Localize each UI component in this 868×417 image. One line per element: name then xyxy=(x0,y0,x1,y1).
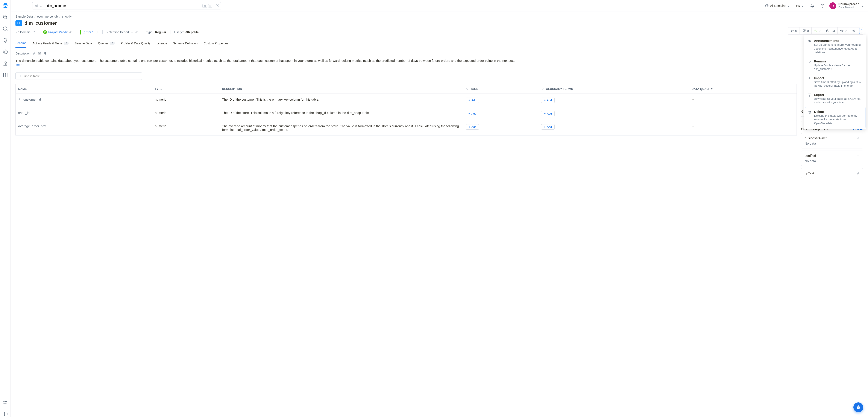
menu-item-delete[interactable]: DeleteDeleting this table will permanent… xyxy=(805,107,865,128)
edit-icon[interactable] xyxy=(857,154,860,157)
table-entity-icon xyxy=(16,20,22,26)
svg-point-1 xyxy=(3,27,7,30)
breadcrumb-item[interactable]: Sample Data xyxy=(16,15,33,18)
chat-fab-button[interactable] xyxy=(854,403,863,412)
add-glossary-button[interactable]: +Add xyxy=(541,98,555,103)
tab-activity-feeds-tasks[interactable]: Activity Feeds & Tasks2 xyxy=(32,40,68,47)
owner-meta[interactable]: P Prajwal Pandit xyxy=(43,30,72,34)
custom-property-card: cpTest xyxy=(801,168,863,178)
custom-property-value: No data xyxy=(805,141,860,145)
col-glossary: GLOSSARY TERMS xyxy=(538,84,689,94)
entity-action-bar: 0 0 0 0.3 0 xyxy=(788,27,863,35)
megaphone-icon xyxy=(807,39,811,43)
edit-icon[interactable] xyxy=(69,31,72,34)
glossary-book-icon[interactable] xyxy=(2,72,8,78)
find-in-table-input[interactable] xyxy=(23,74,139,78)
governance-icon[interactable] xyxy=(2,61,8,66)
filter-icon[interactable] xyxy=(466,88,469,91)
menu-item-announcements[interactable]: AnnouncementsSet up banners to inform yo… xyxy=(804,36,866,57)
domains-selector[interactable]: All Domains ⌄ xyxy=(764,3,792,8)
type-meta: Type: Regular xyxy=(146,30,166,34)
tab-schema-definition[interactable]: Schema Definition xyxy=(173,40,198,47)
svg-point-21 xyxy=(858,407,858,408)
edit-icon[interactable] xyxy=(857,137,860,140)
star-button[interactable]: 0 xyxy=(838,28,849,34)
help-icon[interactable] xyxy=(820,4,825,8)
like-button[interactable]: 0 xyxy=(788,28,800,34)
app-logo[interactable] xyxy=(2,3,8,8)
menu-item-rename[interactable]: RenameUpdate Display Name for the dim_cu… xyxy=(804,57,866,73)
page-title: dim_customer xyxy=(25,20,57,26)
search-scope-label: All xyxy=(35,4,38,7)
add-tag-button[interactable]: +Add xyxy=(466,98,479,103)
language-label: EN xyxy=(796,4,800,7)
column-type: numeric xyxy=(152,107,220,120)
search-input[interactable] xyxy=(45,2,203,9)
schema-table: NAME TYPE DESCRIPTION TAGS GLOSSARY TERM… xyxy=(16,84,797,135)
add-tag-button[interactable]: +Add xyxy=(466,111,479,116)
edit-icon[interactable] xyxy=(32,31,35,34)
search-icon[interactable] xyxy=(2,26,8,32)
breadcrumb-item[interactable]: shopify xyxy=(62,15,71,18)
breadcrumb: Sample Data/ ecommerce_db/ shopify xyxy=(16,15,863,18)
description-more-link[interactable]: more xyxy=(16,63,22,66)
column-description: The ID of the store. This column is a fo… xyxy=(220,107,463,120)
edit-icon[interactable] xyxy=(857,172,860,175)
tab-sample-data[interactable]: Sample Data xyxy=(75,40,92,47)
clear-search-icon[interactable]: ⓧ xyxy=(214,4,221,8)
tab-profiler-data-quality[interactable]: Profiler & Data Quality xyxy=(121,40,151,47)
dislike-button[interactable]: 0 xyxy=(800,28,811,34)
add-glossary-button[interactable]: +Add xyxy=(541,111,555,116)
search-shortcut-hint: ⌘K xyxy=(203,4,214,8)
svg-point-12 xyxy=(854,32,855,32)
request-description-icon[interactable] xyxy=(38,52,41,55)
conversation-icon[interactable] xyxy=(43,52,47,55)
settings-sliders-icon[interactable] xyxy=(2,399,8,406)
top-bar: All ⌄ ⌘K ⓧ All Domains ⌄ EN ⌄ xyxy=(11,0,868,12)
breadcrumb-item[interactable]: ecommerce_db xyxy=(37,15,58,18)
menu-item-import[interactable]: ImportSave time & effort by uploading a … xyxy=(804,73,866,90)
globe-icon[interactable] xyxy=(2,49,8,55)
tab-custom-properties[interactable]: Custom Properties xyxy=(204,40,228,47)
find-in-table[interactable] xyxy=(16,72,142,80)
insights-bulb-icon[interactable] xyxy=(2,37,8,43)
explore-globe-search-icon[interactable] xyxy=(2,14,8,20)
tab-queries[interactable]: Queries0 xyxy=(98,40,115,47)
edit-icon[interactable] xyxy=(135,31,138,34)
user-menu[interactable]: R Rounakpreet.d Data Steward ⌄ xyxy=(829,2,864,9)
filter-icon[interactable] xyxy=(541,88,544,91)
svg-point-15 xyxy=(861,32,861,32)
table-row: customer_idnumericThe ID of the customer… xyxy=(16,94,797,107)
column-type: numeric xyxy=(152,120,220,135)
column-dq: -- xyxy=(689,120,797,135)
edit-icon[interactable] xyxy=(33,52,36,55)
domain-meta: No Domain xyxy=(16,30,35,34)
pen-icon xyxy=(807,60,811,64)
share-button[interactable] xyxy=(849,28,858,34)
version-button[interactable]: 0.3 xyxy=(824,28,838,34)
bell-icon[interactable] xyxy=(810,4,814,8)
menu-item-export[interactable]: ExportDownload all your Table as a CSV f… xyxy=(804,90,866,107)
col-dq: DATA QUALITY xyxy=(689,84,797,94)
edit-icon[interactable] xyxy=(95,31,98,34)
language-selector[interactable]: EN ⌄ xyxy=(795,3,805,8)
add-glossary-button[interactable]: +Add xyxy=(541,124,555,130)
svg-point-18 xyxy=(19,98,20,99)
more-actions-button[interactable] xyxy=(859,28,863,34)
chevron-down-icon: ⌄ xyxy=(862,4,864,7)
globe-icon xyxy=(765,4,769,8)
entity-tabs: SchemaActivity Feeds & Tasks2Sample Data… xyxy=(16,40,863,48)
svg-point-23 xyxy=(858,406,859,406)
owner-avatar: P xyxy=(43,30,47,34)
col-description: DESCRIPTION xyxy=(220,84,463,94)
column-name: shop_id xyxy=(18,111,30,115)
search-scope-select[interactable]: All ⌄ xyxy=(32,2,45,9)
add-tag-button[interactable]: +Add xyxy=(466,124,479,130)
tier-icon xyxy=(83,31,86,34)
issues-button[interactable]: 0 xyxy=(811,28,824,34)
tab-lineage[interactable]: Lineage xyxy=(156,40,167,47)
tab-schema[interactable]: Schema xyxy=(16,40,26,48)
logout-icon[interactable] xyxy=(2,411,8,417)
search-icon xyxy=(18,74,22,78)
column-description: The average amount of money that the cus… xyxy=(220,120,463,135)
